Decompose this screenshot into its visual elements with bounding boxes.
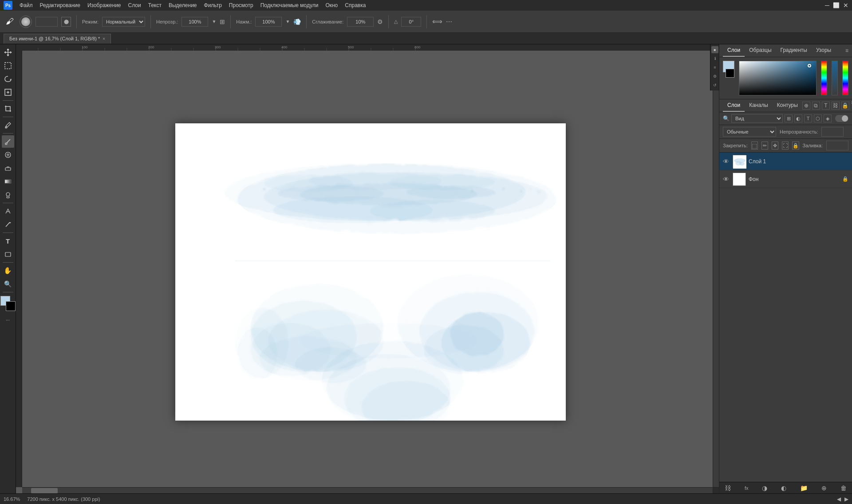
tool-shape[interactable] — [2, 248, 14, 260]
menu-help[interactable]: Справка — [345, 2, 366, 8]
tab-close-button[interactable]: × — [103, 36, 105, 41]
menu-file[interactable]: Файл — [20, 2, 33, 8]
menu-view[interactable]: Просмотр — [229, 2, 253, 8]
tab-swatches[interactable]: Образцы — [745, 44, 776, 57]
menu-edit[interactable]: Редактирование — [40, 2, 80, 8]
panel-icon-layers2[interactable]: ≡ — [711, 64, 718, 71]
menu-layers[interactable]: Слои — [128, 2, 141, 8]
tool-brush[interactable] — [2, 135, 14, 148]
layers-mode-select[interactable]: Обычные — [723, 127, 776, 137]
tool-pen[interactable] — [2, 205, 14, 217]
layers-add-pixel-icon[interactable]: ⊞ — [785, 114, 793, 122]
color-panel-menu[interactable]: ≡ — [845, 44, 848, 57]
opacity-dropdown[interactable]: ▼ — [212, 19, 216, 24]
layers-text-filter[interactable]: T — [804, 114, 812, 122]
statusbar-nav-prev[interactable]: ◀ — [837, 496, 841, 502]
mode-select[interactable]: Нормальный — [102, 17, 145, 27]
hscrollbar[interactable] — [22, 487, 713, 493]
alpha-slider[interactable] — [832, 61, 838, 95]
lock-all-icon[interactable]: 🔒 — [792, 142, 799, 150]
lock-pixels-icon[interactable]: ✏ — [761, 142, 768, 150]
layers-filter-toggle[interactable] — [835, 115, 848, 122]
layers-fill-input[interactable]: 100% — [826, 141, 848, 150]
lock-artboard-icon[interactable]: ⛶ — [782, 142, 789, 150]
canvas-area[interactable]: 100 200 300 400 500 600 — [16, 44, 719, 493]
canvas-document[interactable] — [175, 123, 566, 421]
pressure-opacity-icon[interactable]: ⊞ — [220, 18, 225, 25]
maximize-button[interactable]: ⬜ — [833, 2, 840, 9]
brush-preset-picker[interactable] — [20, 16, 32, 28]
pressure-input[interactable]: 100% — [255, 17, 282, 27]
brush-tool-icon[interactable]: 🖌 — [4, 16, 16, 28]
tool-eraser[interactable] — [2, 162, 14, 174]
tool-zoom[interactable]: 🔍 — [2, 278, 14, 290]
lock-transparent-icon[interactable]: ⬚ — [751, 142, 758, 150]
layers-kind-filter[interactable]: Вид — [731, 114, 783, 123]
statusbar-nav-next[interactable]: ▶ — [844, 496, 848, 502]
opacity-input[interactable]: 100% — [181, 17, 208, 27]
smoothing-settings[interactable]: ⚙ — [377, 18, 383, 25]
background-swatch[interactable] — [726, 69, 734, 78]
layers-fx-btn[interactable]: fx — [743, 484, 750, 492]
menu-filter[interactable]: Фильтр — [204, 2, 222, 8]
fg-bg-selector[interactable] — [723, 61, 734, 78]
layers-delete-btn[interactable]: 🗑 — [839, 484, 848, 492]
extra-settings[interactable]: ⋯ — [446, 18, 452, 25]
app-icon[interactable]: Ps — [4, 1, 12, 10]
brush-size-input[interactable]: 2500 — [36, 17, 58, 27]
smoothing-input[interactable]: 10% — [347, 17, 374, 27]
color-selector[interactable] — [0, 296, 16, 311]
tool-clone[interactable] — [2, 149, 14, 161]
tool-path-select[interactable] — [2, 218, 14, 231]
color-picker-handle[interactable] — [808, 64, 811, 67]
tool-selection[interactable] — [2, 59, 14, 72]
layer-row-1[interactable]: 👁 Слой 1 — [719, 153, 852, 170]
angle-input[interactable]: 0° — [401, 17, 421, 27]
tool-eyedropper[interactable] — [2, 119, 14, 131]
panel-icon-color[interactable]: ■ — [711, 46, 718, 53]
menu-plugins[interactable]: Подключаемые модули — [260, 2, 319, 8]
layers-text-icon[interactable]: T — [822, 102, 830, 110]
minimize-button[interactable]: ─ — [825, 2, 829, 9]
layers-copy-icon[interactable]: ⧉ — [812, 102, 820, 110]
layers-link-btn[interactable]: ⛓ — [723, 484, 733, 492]
menu-select[interactable]: Выделение — [169, 2, 197, 8]
menu-image[interactable]: Изображение — [87, 2, 121, 8]
vscrollbar[interactable] — [713, 51, 719, 487]
tab-paths[interactable]: Контуры — [773, 99, 802, 112]
tool-dodge[interactable] — [2, 189, 14, 201]
tool-lasso[interactable] — [2, 73, 14, 85]
layer-bg-visibility[interactable]: 👁 — [723, 176, 730, 183]
airbrush-icon[interactable]: 💨 — [293, 18, 301, 25]
layer-row-bg[interactable]: 👁 Фон 🔒 — [719, 170, 852, 188]
document-tab[interactable]: Без имени-1 @ 16,7% (Слой 1, RGB/8) * × — [4, 34, 111, 43]
tool-extra[interactable]: ··· — [2, 314, 14, 326]
panel-icon-info[interactable]: ℹ — [711, 55, 718, 62]
layer-1-visibility[interactable]: 👁 — [723, 158, 730, 165]
spectrum-bar[interactable] — [842, 61, 848, 95]
layers-opacity-input[interactable]: 100% — [821, 127, 844, 137]
color-field[interactable] — [739, 61, 816, 95]
menu-window[interactable]: Окно — [325, 2, 338, 8]
tab-layers[interactable]: Слои — [723, 99, 745, 112]
menu-text[interactable]: Текст — [148, 2, 162, 8]
tool-crop[interactable] — [2, 102, 14, 115]
layers-smart-filter[interactable]: ◈ — [824, 114, 832, 122]
symmetry-icon[interactable]: ⟺ — [432, 17, 442, 26]
lock-move-icon[interactable]: ✥ — [772, 142, 778, 150]
hue-slider[interactable] — [821, 61, 827, 95]
layers-adjustment-btn[interactable]: ◐ — [779, 484, 788, 492]
layers-newlayer-btn[interactable]: ⊕ — [820, 484, 828, 492]
layers-folder-btn[interactable]: 📁 — [798, 484, 809, 492]
layers-adj-icon[interactable]: ◐ — [794, 114, 802, 122]
hscroll-thumb[interactable] — [31, 488, 58, 493]
pressure-dropdown[interactable]: ▼ — [285, 19, 290, 24]
layers-link-icon[interactable]: ⛓ — [832, 102, 840, 110]
tool-object-select[interactable] — [2, 86, 14, 98]
tab-patterns[interactable]: Узоры — [812, 44, 836, 57]
tool-move[interactable] — [2, 46, 14, 59]
tool-text[interactable]: T — [2, 235, 14, 247]
tool-gradient[interactable] — [2, 175, 14, 188]
layers-mask-btn[interactable]: ◑ — [760, 484, 769, 492]
tab-gradients[interactable]: Градиенты — [776, 44, 812, 57]
